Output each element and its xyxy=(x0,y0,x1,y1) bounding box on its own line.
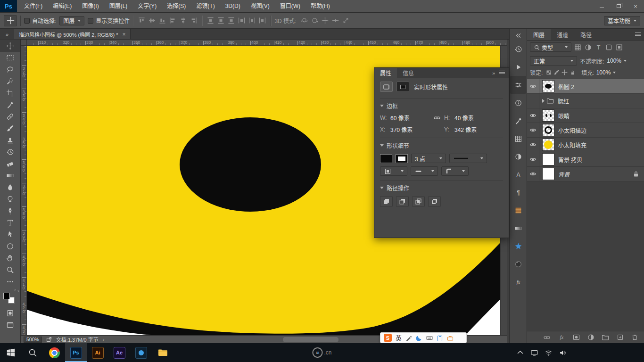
align-bottom-button[interactable] xyxy=(157,16,167,25)
status-menu-arrow-icon[interactable]: › xyxy=(103,337,105,342)
character-panel-icon[interactable]: A xyxy=(510,165,526,183)
fill-color-swatch[interactable] xyxy=(380,154,392,163)
dodge-tool[interactable] xyxy=(0,193,21,205)
history-panel-icon[interactable] xyxy=(510,40,526,58)
ellipse-tool[interactable] xyxy=(0,240,21,252)
restore-button[interactable] xyxy=(610,0,627,12)
menu-item-6[interactable]: 滤镜(T) xyxy=(191,0,220,12)
align-left-button[interactable] xyxy=(168,16,178,25)
intersect-shapes-button[interactable] xyxy=(412,196,425,207)
swatches-panel-icon[interactable] xyxy=(510,130,526,148)
color-swatches[interactable] xyxy=(0,288,21,307)
tray-display-icon[interactable] xyxy=(527,343,541,362)
path-selection-tool[interactable] xyxy=(0,229,21,240)
w-field[interactable]: 60 像素 xyxy=(390,114,430,122)
slide-3d-button[interactable] xyxy=(330,16,340,25)
orbit-3d-button[interactable] xyxy=(299,16,309,25)
type-tool[interactable] xyxy=(0,217,21,229)
delete-layer-button[interactable] xyxy=(630,333,639,342)
distribute-top-button[interactable] xyxy=(206,16,215,25)
layer-styles-button[interactable]: fx xyxy=(557,333,566,342)
x-field[interactable]: 370 像素 xyxy=(390,125,430,133)
lock-transparent-pixels-button[interactable] xyxy=(545,69,552,75)
align-right-button[interactable] xyxy=(189,16,198,25)
path-operations-section-header[interactable]: 路径操作 xyxy=(380,180,503,192)
distribute-right-button[interactable] xyxy=(257,16,267,25)
menu-item-9[interactable]: 窗口(W) xyxy=(275,0,305,12)
ime-language-mode[interactable]: 英 xyxy=(396,333,402,342)
distribute-horizontal-center-button[interactable] xyxy=(247,16,257,25)
layer-thumbnail[interactable] xyxy=(542,109,554,122)
layer-row[interactable]: 小太阳填充 xyxy=(527,138,644,152)
menu-item-8[interactable]: 视图(V) xyxy=(246,0,275,12)
tray-network-icon[interactable] xyxy=(541,343,555,362)
distribute-bottom-button[interactable] xyxy=(226,16,236,25)
layer-row[interactable]: 眼睛 xyxy=(527,108,644,123)
align-top-button[interactable] xyxy=(137,16,147,25)
lasso-tool[interactable] xyxy=(0,64,21,75)
healing-brush-tool[interactable] xyxy=(0,111,21,123)
layer-thumbnail[interactable] xyxy=(542,153,554,165)
layer-name[interactable]: 椭圆 2 xyxy=(558,82,574,90)
stroke-cap-combo[interactable] xyxy=(411,166,438,176)
ime-pen-icon[interactable] xyxy=(405,335,412,341)
panel-collapse-icon[interactable]: » xyxy=(492,70,495,76)
layer-name[interactable]: 小太阳填充 xyxy=(558,141,586,149)
lock-image-pixels-button[interactable] xyxy=(553,69,560,75)
auto-select-checkbox[interactable] xyxy=(24,18,30,24)
eraser-tool[interactable] xyxy=(0,158,21,170)
filter-type-layers-button[interactable]: T xyxy=(594,42,603,52)
filter-smart-objects-button[interactable] xyxy=(614,42,624,52)
styles-panel-icon[interactable] xyxy=(510,237,526,255)
bounds-section-header[interactable]: 边框 xyxy=(380,98,503,110)
layer-thumbnail[interactable] xyxy=(542,139,554,151)
filter-pixel-layers-button[interactable] xyxy=(573,42,582,52)
panel-menu-icon[interactable] xyxy=(499,71,505,75)
crop-tool[interactable] xyxy=(0,87,21,99)
stroke-corner-combo[interactable] xyxy=(441,166,469,176)
h-field[interactable]: 40 像素 xyxy=(454,114,494,122)
menu-item-1[interactable]: 编辑(E) xyxy=(48,0,77,12)
swap-colors-icon[interactable] xyxy=(14,289,19,292)
workspace-combo[interactable]: 基本功能 xyxy=(604,16,640,25)
menu-item-2[interactable]: 图像(I) xyxy=(77,0,104,12)
layer-name[interactable]: 眼睛 xyxy=(558,112,570,120)
menu-item-4[interactable]: 文字(Y) xyxy=(132,0,162,12)
menu-item-5[interactable]: 选择(S) xyxy=(162,0,191,12)
document-tab[interactable]: 描边风格小图标 @ 500% (椭圆 2, RGB/8) * × xyxy=(14,29,131,39)
blend-mode-combo[interactable]: 正常 xyxy=(530,56,577,66)
group-collapse-icon[interactable] xyxy=(542,99,545,103)
horizontal-scrollbar-thumb[interactable] xyxy=(283,337,339,342)
menu-item-3[interactable]: 图层(L) xyxy=(104,0,133,12)
ruler-origin-corner[interactable] xyxy=(21,40,27,46)
layer-name[interactable]: 腮红 xyxy=(558,97,569,105)
layer-row[interactable]: 小太阳描边 xyxy=(527,123,644,138)
exclude-overlapping-shapes-button[interactable] xyxy=(428,196,441,207)
add-layer-mask-button[interactable] xyxy=(571,333,581,342)
gradients-panel-icon[interactable] xyxy=(510,219,526,237)
zoom-tool[interactable] xyxy=(0,264,21,276)
distribute-left-button[interactable] xyxy=(237,16,247,25)
layer-name[interactable]: 背景 xyxy=(558,170,570,178)
photoshop-logo[interactable]: Ps xyxy=(0,0,17,12)
new-layer-button[interactable] xyxy=(615,333,625,342)
taskbar-illustrator-button[interactable]: Ai xyxy=(87,343,108,362)
stroke-width-combo[interactable]: 3 点 xyxy=(411,154,446,163)
minimize-button[interactable] xyxy=(593,0,610,12)
info-panel-icon[interactable] xyxy=(510,94,526,112)
foreground-color-swatch[interactable] xyxy=(3,293,10,299)
quick-selection-tool[interactable] xyxy=(0,75,21,87)
ime-moon-icon[interactable] xyxy=(416,335,422,341)
layer-visibility-toggle[interactable] xyxy=(527,123,539,137)
taskbar-after-effects-button[interactable]: Ae xyxy=(108,343,130,362)
shape-details-section-header[interactable]: 形状细节 xyxy=(380,138,503,149)
stroke-type-combo[interactable] xyxy=(449,154,487,163)
properties-panel-icon[interactable] xyxy=(510,76,526,94)
menu-item-0[interactable]: 文件(F) xyxy=(19,0,48,12)
hand-tool[interactable] xyxy=(0,252,21,264)
layer-thumbnail[interactable] xyxy=(542,80,554,92)
clone-stamp-tool[interactable] xyxy=(0,134,21,146)
vertical-ruler[interactable]: 320330340350360370380390400410420430 xyxy=(21,46,27,335)
show-transform-checkbox[interactable] xyxy=(88,18,93,24)
layer-visibility-toggle[interactable] xyxy=(527,79,539,93)
